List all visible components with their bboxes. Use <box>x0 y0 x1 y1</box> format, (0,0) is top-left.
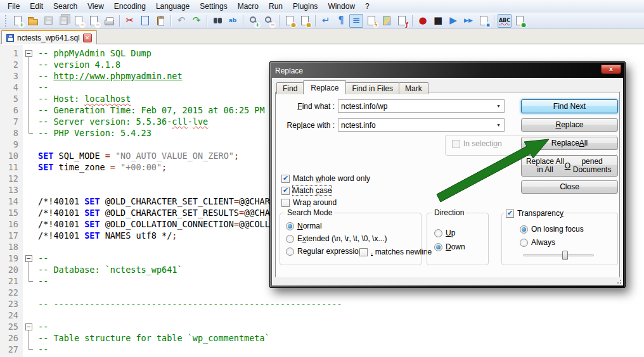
close-all-docs-icon[interactable]: − <box>87 14 101 28</box>
toolbar-separator <box>119 15 120 27</box>
run-macro-multiple-icon[interactable]: ▶▶ <box>461 14 475 28</box>
menu-item-search[interactable]: Search <box>48 1 82 12</box>
zoom-in-icon[interactable]: + <box>247 14 261 28</box>
redo-icon[interactable]: ↷ <box>190 14 203 28</box>
new-file-icon[interactable]: + <box>11 14 25 28</box>
menu-item-edit[interactable]: Edit <box>25 1 48 12</box>
menu-item-encoding[interactable]: Encoding <box>109 1 151 12</box>
fold-margin <box>23 139 35 150</box>
line-number: 25 <box>0 321 23 332</box>
style-token-icon[interactable]: ϟ <box>364 14 378 28</box>
search-mode-extended-radio[interactable]: Extended (\n, \r, \t, \0, \x...) <box>286 234 387 243</box>
replace-icon[interactable]: ab <box>226 14 240 28</box>
slider-track <box>523 254 594 256</box>
code-text: -- -------------------------------------… <box>35 298 342 310</box>
word-wrap-icon[interactable]: ↵ <box>319 14 333 28</box>
line-number: 4 <box>0 82 23 93</box>
line-number: 18 <box>0 241 23 253</box>
fold-collapse-icon[interactable] <box>23 321 35 332</box>
dialog-title-bar[interactable]: Replace x <box>272 64 623 78</box>
fold-margin <box>23 310 35 321</box>
code-text <box>35 139 38 150</box>
doc-map-icon[interactable] <box>380 14 394 28</box>
dialog-tab-mark[interactable]: Mark <box>399 82 428 94</box>
spell-check-icon[interactable]: ABC <box>498 14 512 28</box>
menu-item-[interactable]: ? <box>360 1 375 12</box>
direction-down-radio[interactable]: Down <box>434 242 465 251</box>
radio-dot <box>434 243 442 251</box>
transparency-checkbox[interactable]: Transparency <box>505 209 565 218</box>
radio-dot <box>520 225 528 234</box>
replace-all-open-docs-button[interactable]: Replace All in All Opened Documents <box>521 155 618 177</box>
close-doc-icon[interactable]: − <box>72 14 86 28</box>
file-tab[interactable]: nctests_wp641.sql ✕ <box>1 30 97 44</box>
match-whole-word-checkbox[interactable]: Match whole word only <box>281 174 370 183</box>
combo-dropdown-icon[interactable]: ▼ <box>493 119 504 131</box>
record-macro-icon[interactable]: ● <box>416 14 430 28</box>
cut-icon[interactable]: ✂ <box>123 14 137 28</box>
menu-item-settings[interactable]: Settings <box>195 1 232 12</box>
menu-item-plugins[interactable]: Plugins <box>288 1 323 12</box>
play-macro-icon[interactable]: ▶ <box>446 14 460 28</box>
doc-monitor-icon[interactable]: ● <box>513 14 527 28</box>
replace-button[interactable]: Replace <box>521 118 618 132</box>
menu-item-window[interactable]: Window <box>323 1 360 12</box>
code-text: -- <box>35 253 48 264</box>
resize-grip-icon[interactable] <box>616 279 621 284</box>
sync-horizontal-scroll-icon[interactable]: ● <box>298 14 312 28</box>
dialog-tab-replace[interactable]: Replace <box>303 80 346 94</box>
replace-with-combo[interactable]: nctest.info ▼ <box>338 118 505 132</box>
search-mode-normal-radio[interactable]: Normal <box>286 222 322 230</box>
find-what-combo[interactable]: nctest.info/wp ▼ <box>338 99 505 113</box>
print-icon[interactable] <box>102 14 116 28</box>
line-number: 19 <box>0 253 23 264</box>
wrap-around-checkbox[interactable]: Wrap around <box>281 198 337 207</box>
zoom-out-icon[interactable]: − <box>262 14 276 28</box>
match-case-checkbox[interactable]: Match case <box>281 186 332 195</box>
show-all-chars-icon[interactable]: ¶ <box>334 14 348 28</box>
sync-vertical-scroll-icon[interactable]: ● <box>283 14 297 28</box>
file-tab-title: nctests_wp641.sql <box>17 34 80 42</box>
transparency-on-losing-focus-radio[interactable]: On losing focus <box>520 225 584 234</box>
toolbar-grip[interactable] <box>5 15 7 27</box>
transparency-always-radio[interactable]: Always <box>520 238 555 247</box>
search-mode-regex-radio[interactable]: Regular expression <box>286 247 363 256</box>
fold-margin <box>23 150 35 161</box>
menu-item-language[interactable]: Language <box>151 1 195 12</box>
fold-margin <box>23 287 35 298</box>
tab-close-icon[interactable]: ✕ <box>83 34 92 42</box>
menu-item-macro[interactable]: Macro <box>233 1 264 12</box>
open-folder-icon[interactable] <box>26 14 40 28</box>
indent-guide-icon[interactable]: ≡ <box>349 14 363 28</box>
dialog-tab-find-in-files[interactable]: Find in Files <box>345 82 399 94</box>
slider-thumb[interactable] <box>562 251 568 260</box>
fold-collapse-icon[interactable] <box>23 47 35 59</box>
find-next-button[interactable]: Find Next <box>521 99 618 113</box>
fold-margin <box>23 332 35 344</box>
dialog-close-icon[interactable]: x <box>601 65 621 74</box>
copy-icon[interactable] <box>138 14 152 28</box>
dot-matches-newline-checkbox[interactable]: . matches newline <box>359 247 432 256</box>
find-icon[interactable] <box>210 14 224 28</box>
function-list-icon[interactable]: ƒ <box>395 14 409 28</box>
menu-item-run[interactable]: Run <box>264 1 288 12</box>
combo-dropdown-icon[interactable]: ▼ <box>493 100 504 112</box>
line-number: 3 <box>0 70 23 82</box>
dialog-tab-find[interactable]: Find <box>276 82 304 94</box>
line-number: 14 <box>0 196 23 207</box>
undo-icon[interactable]: ↶ <box>174 14 188 28</box>
line-number: 17 <box>0 230 23 241</box>
code-line: 24 <box>0 310 644 321</box>
save-macro-icon[interactable]: ▪ <box>477 14 491 28</box>
menu-item-view[interactable]: View <box>82 1 109 12</box>
transparency-slider[interactable] <box>523 249 594 260</box>
menu-item-file[interactable]: File <box>3 1 25 12</box>
direction-up-radio[interactable]: Up <box>434 229 455 237</box>
code-text: -- phpMyAdmin SQL Dump <box>35 47 151 59</box>
line-number: 6 <box>0 104 23 116</box>
stop-macro-icon[interactable]: ■ <box>431 14 445 28</box>
fold-collapse-icon[interactable] <box>23 253 35 264</box>
replace-all-button[interactable]: Replace All <box>521 137 618 150</box>
paste-icon[interactable] <box>153 14 167 28</box>
close-button[interactable]: Close <box>521 180 618 194</box>
